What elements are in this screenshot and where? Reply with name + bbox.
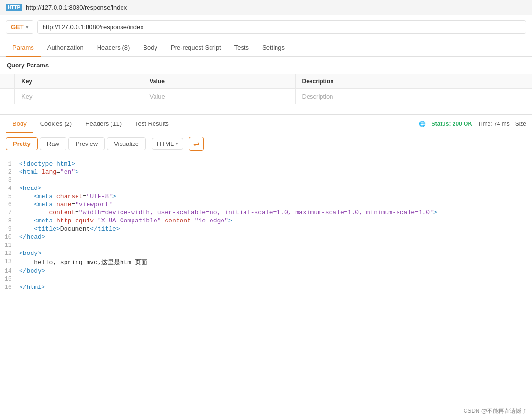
code-line: 12<body> [0, 249, 532, 257]
code-line: 4<head> [0, 184, 532, 192]
code-line: 10</head> [0, 233, 532, 241]
lang-label: HTML [157, 140, 174, 147]
globe-icon: 🌐 [419, 121, 426, 127]
response-tabs-row: Body Cookies (2) Headers (11) Test Resul… [0, 115, 532, 133]
line-number: 12 [0, 250, 19, 257]
table-row: Key Value Description [0, 89, 532, 104]
value-col-header: Value [143, 74, 295, 89]
query-params-title: Query Params [0, 57, 532, 74]
code-line: 15 [0, 275, 532, 283]
line-number: 1 [0, 160, 19, 167]
response-tab-body[interactable]: Body [6, 115, 33, 133]
tab-tests[interactable]: Tests [228, 39, 255, 57]
line-number: 15 [0, 276, 19, 283]
line-number: 5 [0, 193, 19, 200]
line-number: 8 [0, 217, 19, 224]
line-content: <html lang="en"> [19, 168, 79, 176]
line-number: 3 [0, 177, 19, 184]
tab-settings[interactable]: Settings [255, 39, 291, 57]
line-content: <!doctype html> [19, 160, 75, 167]
code-line: 2<html lang="en"> [0, 168, 532, 176]
line-content: content="width=device-width, user-scalab… [19, 209, 437, 216]
query-params-table: Key Value Description Key Value Descript… [0, 74, 532, 104]
method-label: GET [11, 23, 24, 31]
value-cell[interactable]: Value [143, 89, 295, 104]
line-content: </head> [19, 233, 45, 241]
line-number: 13 [0, 258, 19, 265]
view-tab-pretty[interactable]: Pretty [6, 137, 38, 150]
code-line: 14</body> [0, 267, 532, 275]
url-bar: GET ▾ [0, 15, 532, 39]
response-meta: 🌐 Status: 200 OK Time: 74 ms Size [419, 121, 526, 127]
method-select[interactable]: GET ▾ [6, 20, 33, 34]
line-content: <body> [19, 250, 42, 257]
line-number: 11 [0, 242, 19, 249]
title-bar: HTTP http://127.0.0.1:8080/response/inde… [0, 0, 532, 15]
chevron-down-icon: ▾ [176, 141, 178, 146]
description-col-header: Description [295, 74, 532, 89]
line-content: </body> [19, 267, 45, 275]
code-line: 13 hello, spring mvc,这里是html页面 [0, 257, 532, 267]
line-content: <head> [19, 185, 42, 192]
line-content: <meta charset="UTF-8"> [19, 193, 116, 200]
response-size: Size [515, 121, 526, 127]
line-content: <meta name="viewport" [19, 201, 112, 208]
row-checkbox[interactable] [0, 89, 15, 104]
key-cell[interactable]: Key [15, 89, 143, 104]
code-line: 5 <meta charset="UTF-8"> [0, 192, 532, 200]
view-tab-preview[interactable]: Preview [68, 137, 105, 150]
code-line: 11 [0, 241, 532, 249]
line-number: 2 [0, 168, 19, 176]
view-tab-raw[interactable]: Raw [40, 137, 66, 150]
tab-params[interactable]: Params [6, 39, 41, 57]
line-number: 7 [0, 209, 19, 216]
code-line: 8 <meta http-equiv="X-UA-Compatible" con… [0, 217, 532, 225]
code-line: 7 content="width=device-width, user-scal… [0, 209, 532, 217]
line-number: 14 [0, 267, 19, 275]
checkbox-col-header [0, 74, 15, 89]
key-col-header: Key [15, 74, 143, 89]
line-number: 6 [0, 201, 19, 208]
code-line: 9 <title>Document</title> [0, 225, 532, 233]
request-tabs: Params Authorization Headers (8) Body Pr… [0, 39, 532, 57]
line-number: 10 [0, 233, 19, 241]
response-time: Time: 74 ms [478, 121, 510, 127]
code-line: 6 <meta name="viewport" [0, 200, 532, 209]
tab-body[interactable]: Body [136, 39, 164, 57]
view-tabs-row: Pretty Raw Preview Visualize HTML ▾ ⇌ [0, 133, 532, 155]
response-tab-headers[interactable]: Headers (11) [78, 115, 128, 133]
code-line: 16</html> [0, 283, 532, 291]
filter-icon[interactable]: ⇌ [189, 137, 204, 151]
line-content: </html> [19, 284, 45, 291]
line-content: <title>Document</title> [19, 225, 120, 232]
line-content: hello, spring mvc,这里是html页面 [19, 258, 147, 266]
title-url: http://127.0.0.1:8080/response/index [26, 4, 127, 11]
code-line: 3 [0, 176, 532, 184]
response-tab-cookies[interactable]: Cookies (2) [33, 115, 78, 133]
chevron-down-icon: ▾ [26, 24, 28, 30]
line-number: 4 [0, 185, 19, 192]
line-number: 9 [0, 225, 19, 232]
tab-authorization[interactable]: Authorization [41, 39, 90, 57]
http-icon: HTTP [6, 4, 22, 11]
response-tab-test-results[interactable]: Test Results [128, 115, 176, 133]
code-area: 1<!doctype html>2<html lang="en">34<head… [0, 155, 532, 296]
tab-headers[interactable]: Headers (8) [90, 39, 137, 57]
code-line: 1<!doctype html> [0, 160, 532, 168]
url-input[interactable] [37, 20, 526, 34]
view-tab-visualize[interactable]: Visualize [107, 137, 146, 150]
lang-select[interactable]: HTML ▾ [152, 138, 183, 150]
line-content: <meta http-equiv="X-UA-Compatible" conte… [19, 217, 232, 224]
description-cell[interactable]: Description [295, 89, 532, 104]
line-number: 16 [0, 284, 19, 291]
response-section: Body Cookies (2) Headers (11) Test Resul… [0, 114, 532, 296]
response-status: Status: 200 OK [432, 121, 472, 127]
tab-pre-request-script[interactable]: Pre-request Script [164, 39, 228, 57]
